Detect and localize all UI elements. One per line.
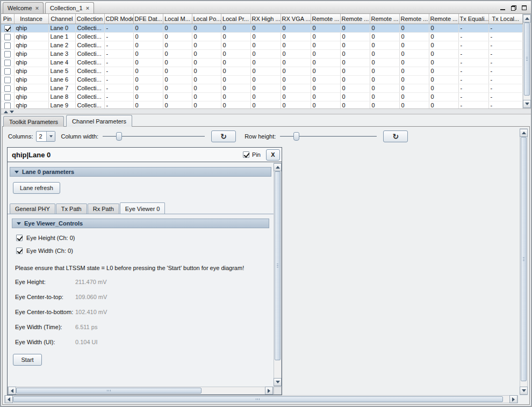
scroll-up-button[interactable] (274, 163, 282, 171)
pin-checkbox[interactable] (4, 68, 11, 75)
pin-checkbox[interactable] (4, 25, 11, 32)
column-header[interactable]: Tx Local... (488, 14, 523, 24)
column-width-slider[interactable] (103, 131, 205, 142)
pin-checkbox[interactable] (4, 77, 11, 83)
column-header[interactable]: Remote ... (340, 14, 370, 24)
table-row[interactable]: qhipLane 2Collecti...-00000000000-- (1, 41, 523, 49)
field-value: 109.060 mV (75, 294, 107, 300)
scrollbar-thumb[interactable] (521, 137, 527, 381)
column-header[interactable]: RX High ... (250, 14, 281, 24)
column-header[interactable]: RX VGA ... (281, 14, 311, 24)
pin-toggle[interactable]: Pin (243, 151, 261, 158)
bottom-horizontal-scrollbar[interactable] (4, 395, 518, 403)
table-cell: qhip (14, 41, 48, 49)
scroll-right-button[interactable] (509, 395, 517, 403)
table-cell: 0 (281, 24, 311, 32)
eye-checkbox-label: Eye Width (Ch: 0) (26, 248, 73, 254)
scroll-right-button[interactable] (265, 387, 273, 395)
start-button[interactable]: Start (13, 354, 42, 366)
column-header[interactable]: Local M... (163, 14, 192, 24)
tab-tx-path[interactable]: Tx Path (56, 204, 87, 214)
column-header[interactable]: Local Pr... (221, 14, 250, 24)
close-icon[interactable]: × (86, 5, 89, 11)
close-icon[interactable]: × (35, 5, 39, 11)
scroll-down-button[interactable] (520, 387, 528, 395)
section-eye-viewer-controls[interactable]: Eye Viewer_Controls (12, 219, 269, 228)
split-pane-divider[interactable] (1, 108, 531, 114)
column-header[interactable]: Remote ... (429, 14, 458, 24)
refresh-row-height-button[interactable]: ↻ (383, 130, 408, 142)
columns-select[interactable]: 2 (36, 131, 55, 142)
table-row[interactable]: qhipLane 5Collecti...-00000000000-- (1, 67, 523, 75)
table-row[interactable]: qhipLane 3Collecti...-00000000000-- (1, 49, 523, 58)
table-row[interactable]: qhipLane 4Collecti...-00000000000-- (1, 58, 523, 67)
bottom-vertical-scrollbar[interactable] (520, 128, 528, 395)
column-header[interactable]: Tx Equali... (458, 14, 488, 24)
scrollbar-thumb[interactable] (524, 23, 530, 96)
column-header[interactable]: Remote ... (370, 14, 399, 24)
scroll-left-button[interactable] (8, 387, 16, 395)
eye-checkbox[interactable] (16, 235, 23, 241)
table-row[interactable]: qhipLane 8Collecti...-00000000000-- (1, 92, 523, 101)
table-row[interactable]: qhipLane 0Collecti...-00000000000-- (1, 24, 523, 32)
table-row[interactable]: qhipLane 6Collecti...-00000000000-- (1, 75, 523, 84)
table-cell: 0 (133, 92, 163, 101)
maximize-icon[interactable] (521, 4, 528, 11)
minimize-icon[interactable] (499, 4, 506, 11)
pin-checkbox[interactable] (4, 42, 11, 49)
panel-horizontal-scrollbar[interactable] (8, 387, 274, 395)
tab-rx-path[interactable]: Rx Path (88, 204, 119, 214)
table-row[interactable]: qhipLane 7Collecti...-00000000000-- (1, 84, 523, 92)
column-header[interactable]: Remote ... (311, 14, 340, 24)
row-height-slider[interactable] (280, 131, 377, 142)
lane-tab-bar: General PHY Tx Path Rx Path Eye Viewer 0 (8, 202, 274, 214)
pin-checkbox[interactable] (4, 51, 11, 57)
column-header[interactable]: Channel (48, 14, 75, 24)
column-width-slider-thumb[interactable] (116, 132, 122, 141)
scrollbar-thumb[interactable] (13, 396, 503, 402)
section-lane0-parameters[interactable]: Lane 0 parameters (10, 167, 271, 177)
tab-toolkit-parameters[interactable]: Toolkit Parameters (3, 116, 64, 127)
column-header[interactable]: DFE Dat... (133, 14, 163, 24)
tab-collection-1[interactable]: Collection_1 × (45, 2, 94, 13)
lane-refresh-button[interactable]: Lane refresh (13, 182, 60, 194)
pin-checkbox[interactable] (4, 94, 11, 100)
tab-welcome[interactable]: Welcome × (3, 2, 44, 13)
field-value: 6.511 ps (75, 324, 97, 330)
chevron-down-icon[interactable] (46, 132, 55, 141)
tab-eye-viewer-0[interactable]: Eye Viewer 0 (120, 202, 166, 214)
collapse-down-icon[interactable] (10, 111, 14, 113)
tab-channel-parameters[interactable]: Channel Parameters (66, 115, 132, 127)
pin-checkbox[interactable] (4, 103, 11, 108)
eye-checkbox[interactable] (16, 248, 23, 254)
table-cell: 0 (250, 49, 281, 58)
scrollbar-thumb[interactable] (16, 388, 202, 394)
pin-checkbox[interactable] (4, 85, 11, 92)
row-height-slider-thumb[interactable] (293, 132, 299, 141)
pin-checkbox[interactable] (4, 34, 11, 40)
collapse-up-icon[interactable] (4, 111, 8, 113)
table-vertical-scrollbar[interactable] (523, 14, 531, 108)
scroll-left-button[interactable] (5, 395, 13, 403)
panel-vertical-scrollbar[interactable] (274, 163, 282, 387)
pin-checkbox[interactable] (4, 60, 11, 66)
restore-icon[interactable] (510, 4, 517, 11)
table-row[interactable]: qhipLane 9Collecti...-00000000000-- (1, 101, 523, 108)
column-header[interactable]: Local Po... (192, 14, 221, 24)
column-header[interactable]: Instance (14, 14, 48, 24)
refresh-column-width-button[interactable]: ↻ (211, 130, 236, 142)
tab-general-phy[interactable]: General PHY (10, 204, 55, 214)
column-header[interactable]: Remote ... (399, 14, 429, 24)
scrollbar-thumb[interactable] (275, 171, 281, 360)
table-row[interactable]: qhipLane 1Collecti...-00000000000-- (1, 32, 523, 41)
column-header[interactable]: CDR Mode (104, 14, 133, 24)
scroll-down-button[interactable] (274, 378, 282, 386)
scroll-down-button[interactable] (523, 100, 531, 108)
column-header[interactable]: Pin (1, 14, 14, 24)
app-window: Welcome × Collection_1 × PinInstanceChan… (0, 0, 532, 407)
scroll-up-button[interactable] (523, 14, 531, 23)
pin-checkbox[interactable] (243, 151, 249, 158)
close-panel-button[interactable]: X (266, 149, 280, 161)
column-header[interactable]: Collection (75, 14, 104, 24)
scroll-up-button[interactable] (520, 129, 528, 137)
